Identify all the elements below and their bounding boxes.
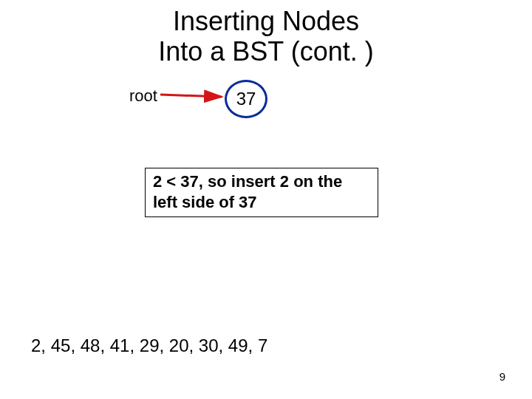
tree-node-37: 37 [225, 80, 267, 118]
node-value: 37 [236, 89, 256, 109]
root-arrow [159, 89, 229, 111]
root-label: root [129, 86, 157, 106]
explanation-text: 2 < 37, so insert 2 on the left side of … [153, 172, 342, 211]
title-line-2: Into a BST (cont. ) [158, 36, 373, 66]
explanation-box: 2 < 37, so insert 2 on the left side of … [145, 168, 378, 217]
svg-line-0 [160, 95, 222, 97]
insert-sequence: 2, 45, 48, 41, 29, 20, 30, 49, 7 [31, 335, 267, 356]
title-line-1: Inserting Nodes [173, 6, 359, 36]
slide-title: Inserting Nodes Into a BST (cont. ) [0, 6, 532, 67]
page-number: 9 [499, 370, 505, 383]
